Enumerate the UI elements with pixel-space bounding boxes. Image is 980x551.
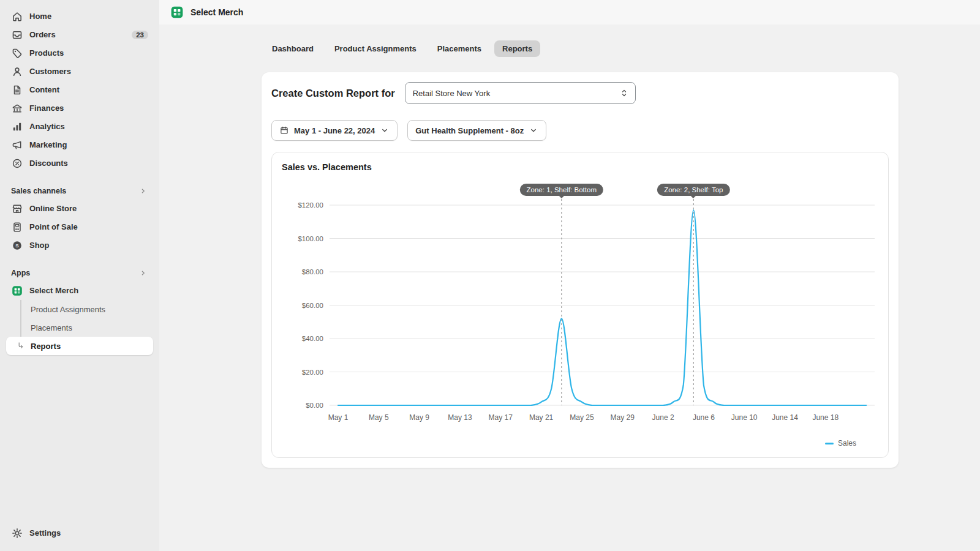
sidebar-subitem-product-assignments[interactable]: Product Assignments [6, 300, 153, 318]
sidebar-item-label: Discounts [29, 157, 68, 170]
discounts-icon [11, 157, 23, 170]
svg-text:$80.00: $80.00 [302, 268, 323, 276]
app-topbar: Select Merch [159, 0, 980, 24]
legend-marker-sales [825, 443, 834, 444]
sidebar-subitem-label: Reports [31, 342, 61, 351]
sidebar-item-shop[interactable]: Shop [6, 236, 153, 255]
orders-icon [11, 29, 23, 41]
chevron-down-icon [529, 126, 538, 135]
svg-text:$100.00: $100.00 [298, 235, 323, 242]
report-header-row: Create Custom Report for Retail Store Ne… [271, 82, 889, 104]
tab-placements[interactable]: Placements [429, 40, 489, 57]
date-range-button[interactable]: May 1 - June 22, 2024 [271, 120, 398, 141]
sales-channels-header[interactable]: Sales channels [6, 186, 153, 196]
sidebar-item-products[interactable]: Products [6, 44, 153, 62]
date-range-value: May 1 - June 22, 2024 [294, 126, 375, 135]
filters-row: May 1 - June 22, 2024 Gut Health Supplem… [271, 120, 889, 141]
section-label: Sales channels [11, 187, 66, 195]
sidebar-main-nav: Home Orders 23 Products Customers Conten… [0, 7, 159, 173]
sidebar-item-finances[interactable]: Finances [6, 99, 153, 118]
sidebar-item-online-store[interactable]: Online Store [6, 200, 153, 218]
tab-dashboard[interactable]: Dashboard [264, 40, 322, 57]
sidebar-item-discounts[interactable]: Discounts [6, 154, 153, 173]
section-label: Apps [11, 269, 30, 277]
sidebar-item-analytics[interactable]: Analytics [6, 118, 153, 136]
shop-icon [11, 239, 23, 252]
tab-product-assignments[interactable]: Product Assignments [326, 40, 424, 57]
page-content: Dashboard Product Assignments Placements… [159, 24, 980, 551]
svg-text:May 29: May 29 [611, 413, 635, 422]
analytics-icon [11, 121, 23, 133]
apps-nav: Select Merch Product Assignments Placeme… [0, 282, 159, 355]
svg-text:$120.00: $120.00 [298, 201, 323, 209]
updown-chevron-icon [619, 88, 629, 98]
sidebar-item-marketing[interactable]: Marketing [6, 136, 153, 154]
sidebar-item-home[interactable]: Home [6, 7, 153, 26]
app-root: Home Orders 23 Products Customers Conten… [0, 0, 980, 551]
sidebar-item-customers[interactable]: Customers [6, 62, 153, 81]
sidebar-item-content[interactable]: Content [6, 81, 153, 99]
sidebar-item-label: Point of Sale [29, 221, 78, 233]
sidebar-item-label: Customers [29, 66, 71, 78]
sidebar-item-label: Online Store [29, 203, 77, 215]
main-column: Select Merch Dashboard Product Assignmen… [159, 0, 980, 551]
sidebar-item-label: Home [29, 10, 51, 23]
svg-text:June 10: June 10 [731, 413, 758, 422]
svg-text:May 9: May 9 [409, 413, 429, 422]
sidebar-item-label: Settings [29, 527, 61, 539]
svg-text:May 13: May 13 [448, 413, 472, 422]
svg-text:June 2: June 2 [652, 413, 674, 422]
placement-annotation: Zone: 2, Shelf: Top [657, 184, 729, 196]
product-filter-button[interactable]: Gut Health Supplement - 8oz [407, 120, 546, 141]
report-card: Create Custom Report for Retail Store Ne… [262, 72, 899, 468]
svg-text:June 14: June 14 [772, 413, 798, 422]
sidebar-item-label: Select Merch [29, 285, 78, 297]
calendar-icon [279, 126, 289, 135]
content-icon [11, 84, 23, 96]
elbow-arrow-icon [16, 341, 26, 351]
marketing-icon [11, 139, 23, 151]
chevron-down-icon [380, 126, 390, 135]
app-title: Select Merch [190, 7, 243, 17]
sales-channels-nav: Online Store Point of Sale Shop [0, 200, 159, 255]
svg-text:$0.00: $0.00 [306, 402, 323, 409]
orders-count-badge: 23 [132, 31, 148, 39]
svg-text:$40.00: $40.00 [302, 335, 323, 342]
app-sub-nav: Product Assignments Placements Reports [0, 300, 159, 355]
products-icon [11, 47, 23, 59]
tab-reports[interactable]: Reports [494, 40, 540, 57]
point-of-sale-icon [11, 221, 23, 233]
placement-annotation: Zone: 1, Shelf: Bottom [520, 184, 603, 196]
location-select-value: Retail Store New York [413, 89, 490, 98]
report-heading: Create Custom Report for [271, 88, 395, 99]
sidebar-item-select-merch[interactable]: Select Merch [6, 282, 153, 300]
chart-legend: Sales [282, 439, 878, 448]
sidebar: Home Orders 23 Products Customers Conten… [0, 0, 159, 551]
chart-card: Sales vs. Placements $0.00$20.00$40.00$6… [271, 152, 889, 458]
svg-text:May 25: May 25 [570, 413, 594, 422]
chevron-right-icon [138, 268, 148, 278]
online-store-icon [11, 203, 23, 215]
sidebar-item-label: Analytics [29, 121, 65, 133]
sidebar-item-label: Products [29, 47, 64, 59]
svg-text:May 1: May 1 [328, 413, 349, 422]
sidebar-item-label: Shop [29, 239, 50, 252]
sales-chart: $0.00$20.00$40.00$60.00$80.00$100.00$120… [282, 176, 878, 433]
chart-title: Sales vs. Placements [282, 162, 878, 172]
svg-text:May 17: May 17 [489, 413, 513, 422]
location-select[interactable]: Retail Store New York [405, 82, 636, 104]
sidebar-item-label: Content [29, 84, 59, 96]
sidebar-subitem-placements[interactable]: Placements [6, 318, 153, 337]
tab-bar: Dashboard Product Assignments Placements… [262, 40, 899, 57]
chevron-right-icon [138, 186, 148, 196]
sidebar-subitem-reports[interactable]: Reports [6, 337, 153, 355]
gear-icon [11, 527, 23, 539]
apps-header[interactable]: Apps [6, 268, 153, 278]
sidebar-item-settings[interactable]: Settings [6, 524, 153, 542]
svg-text:May 21: May 21 [529, 413, 554, 422]
sidebar-item-point-of-sale[interactable]: Point of Sale [6, 218, 153, 236]
sidebar-item-label: Finances [29, 102, 64, 114]
select-merch-app-icon [11, 285, 23, 297]
sidebar-item-orders[interactable]: Orders 23 [6, 26, 153, 44]
sidebar-item-label: Orders [29, 29, 56, 41]
